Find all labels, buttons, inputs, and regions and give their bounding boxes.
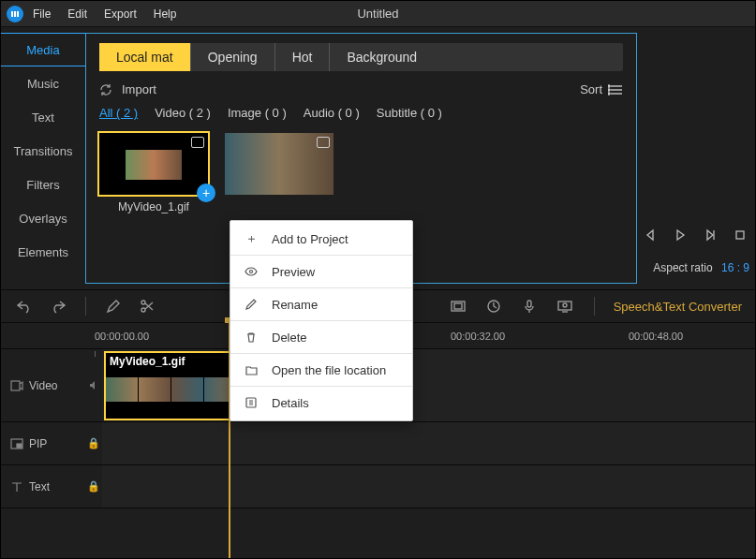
pip-track-icon [10, 438, 23, 449]
sidebar-item-text[interactable]: Text [1, 100, 85, 134]
track-text: Text 🔒 [1, 465, 755, 508]
folder-icon [244, 365, 259, 375]
context-details[interactable]: Details [230, 389, 412, 417]
svg-point-8 [608, 93, 610, 95]
media-item-1-label: MyVideo_1.gif [118, 200, 189, 213]
sidebar-item-elements[interactable]: Elements [1, 235, 85, 269]
add-to-project-badge[interactable]: + [197, 184, 215, 202]
duration-button[interactable] [483, 296, 504, 316]
edit-pencil-button[interactable] [103, 296, 124, 316]
context-separator [230, 353, 412, 354]
sidebar-item-transitions[interactable]: Transitions [1, 134, 85, 168]
track-body-video[interactable]: MyVideo_1.gif [102, 349, 755, 421]
pencil-icon [244, 299, 259, 310]
camera-icon [191, 137, 204, 148]
context-add-to-project[interactable]: ＋ Add to Project [230, 225, 412, 253]
media-thumbnails: + MyVideo_1.gif [99, 133, 623, 213]
svg-marker-9 [647, 230, 653, 240]
context-preview[interactable]: Preview [230, 257, 412, 286]
context-separator [230, 255, 412, 256]
media-filter-row: All ( 2 ) Video ( 2 ) Image ( 0 ) Audio … [99, 106, 623, 120]
time-mark: 00:00:48.00 [629, 331, 683, 342]
sort-button[interactable]: Sort [580, 82, 602, 96]
import-button[interactable]: Import [122, 82, 156, 96]
media-thumbnail-1[interactable]: + [99, 133, 208, 195]
context-rename[interactable]: Rename [230, 290, 412, 318]
filter-subtitle[interactable]: Subtitle ( 0 ) [377, 106, 442, 120]
context-item-label: Add to Project [272, 232, 348, 246]
record-screen-button[interactable] [555, 296, 575, 316]
split-scissors-button[interactable] [137, 296, 157, 316]
sidebar-item-overlays[interactable]: Overlays [1, 201, 85, 235]
crop-button[interactable] [448, 296, 468, 316]
camera-icon [317, 137, 330, 148]
thumbnail-image [126, 150, 182, 180]
filter-video[interactable]: Video ( 2 ) [155, 106, 211, 120]
clip-frame [106, 377, 139, 402]
clip-label: MyVideo_1.gif [110, 355, 185, 368]
svg-point-6 [608, 85, 610, 87]
sidebar-item-music[interactable]: Music [1, 66, 85, 100]
media-thumbnail-2[interactable] [225, 133, 334, 195]
track-label: Text [29, 480, 50, 493]
menu-help[interactable]: Help [154, 7, 177, 21]
tab-hot[interactable]: Hot [275, 43, 331, 71]
next-frame-button[interactable] [701, 226, 719, 244]
context-delete[interactable]: Delete [230, 323, 412, 351]
play-button[interactable] [671, 226, 689, 244]
track-mute-video[interactable] [85, 380, 102, 390]
clip-frame [139, 377, 171, 402]
track-lock-pip[interactable]: 🔒 [85, 437, 102, 449]
speech-text-converter-link[interactable]: Speech&Text Converter [614, 300, 742, 314]
svg-rect-13 [736, 231, 744, 239]
toolbar-right-group: Speech&Text Converter [448, 296, 742, 316]
aspect-ratio-value[interactable]: 16 : 9 [721, 261, 749, 274]
aspect-ratio-row: Aspect ratio 16 : 9 [653, 261, 749, 274]
context-item-label: Details [272, 396, 309, 410]
track-body-pip[interactable] [102, 422, 755, 464]
menubar: File Edit Export Help Untitled [1, 1, 755, 27]
import-row: Import Sort [99, 82, 623, 96]
svg-marker-10 [677, 230, 684, 240]
filter-audio[interactable]: Audio ( 0 ) [304, 106, 360, 120]
track-header-video: Video [1, 349, 85, 421]
svg-point-25 [250, 271, 253, 273]
tab-opening[interactable]: Opening [191, 43, 275, 71]
context-open-file-location[interactable]: Open the file location [230, 356, 412, 384]
clip-frame [171, 377, 204, 402]
undo-button[interactable] [14, 296, 35, 316]
track-lock-text[interactable]: 🔒 [85, 480, 102, 493]
refresh-icon[interactable] [99, 83, 112, 96]
context-item-label: Open the file location [272, 363, 386, 377]
context-item-label: Rename [272, 298, 318, 312]
tab-background[interactable]: Background [330, 43, 434, 71]
filter-all[interactable]: All ( 2 ) [99, 106, 138, 120]
voiceover-mic-button[interactable] [519, 296, 540, 316]
sidebar-item-media[interactable]: Media [1, 33, 85, 66]
menu-export[interactable]: Export [104, 7, 137, 21]
track-body-text[interactable] [102, 465, 755, 508]
prev-frame-button[interactable] [641, 226, 660, 244]
svg-rect-17 [454, 303, 462, 309]
svg-rect-0 [11, 11, 13, 17]
aspect-ratio-label: Aspect ratio [653, 261, 712, 274]
menu-edit[interactable]: Edit [67, 7, 87, 21]
media-tab-bar: Local mat Opening Hot Background [99, 43, 623, 71]
text-track-icon [10, 481, 23, 493]
media-item-1: + MyVideo_1.gif [99, 133, 208, 213]
menu-file[interactable]: File [33, 7, 51, 21]
sidebar-item-filters[interactable]: Filters [1, 168, 85, 201]
preview-pane: Aspect ratio 16 : 9 [643, 27, 755, 289]
media-item-2 [225, 133, 334, 213]
timeline-clip-1[interactable]: MyVideo_1.gif [104, 351, 235, 420]
stop-button[interactable] [731, 226, 749, 244]
tab-local-material[interactable]: Local mat [99, 43, 191, 71]
redo-button[interactable] [48, 296, 68, 316]
context-item-label: Delete [272, 331, 307, 345]
track-header-pip: PIP [1, 422, 85, 464]
sort-list-icon[interactable] [608, 84, 623, 96]
context-separator [230, 320, 412, 321]
svg-point-15 [141, 308, 145, 312]
svg-point-14 [141, 301, 145, 304]
filter-image[interactable]: Image ( 0 ) [228, 106, 287, 120]
